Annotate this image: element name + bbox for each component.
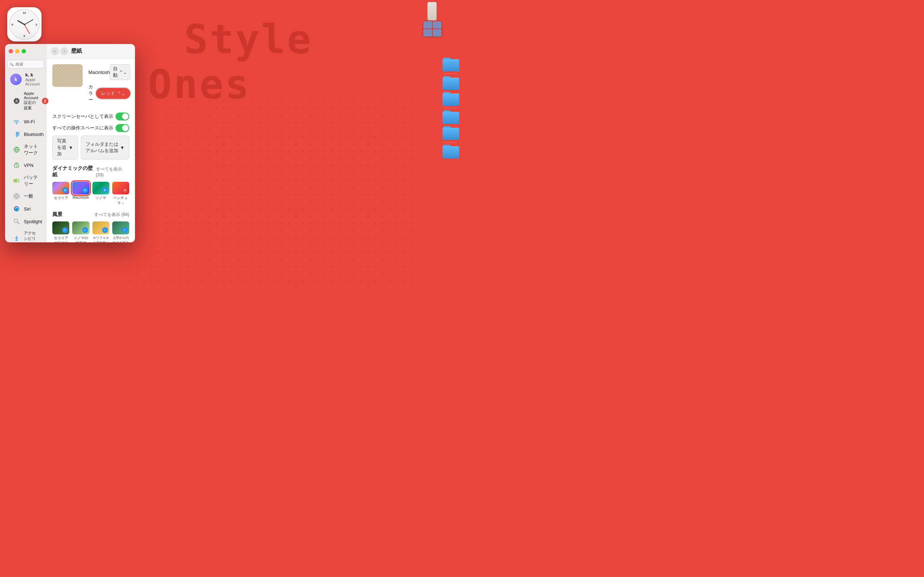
folder-4[interactable] xyxy=(443,110,459,124)
thumb-item: ⊕ Macintosh xyxy=(72,182,89,206)
traffic-light-yellow[interactable] xyxy=(15,49,19,53)
wallpaper-thumb-macintosh[interactable]: ⊕ xyxy=(72,182,89,194)
sidebar-label-vpn: VPN xyxy=(24,163,34,168)
sidebar-item-general[interactable]: 一般 xyxy=(8,190,43,202)
svg-text:A: A xyxy=(16,99,18,103)
sidebar-item-spotlight[interactable]: Spotlight xyxy=(8,215,43,227)
apple-account-badge: 2 xyxy=(42,98,48,104)
add-photo-chevron: ▼ xyxy=(69,145,73,150)
nav-arrows: ‹ › xyxy=(51,47,68,55)
thumb-label-forest: セコイアの日の出 xyxy=(52,235,69,242)
folder-5[interactable] xyxy=(443,126,459,140)
folder-1[interactable] xyxy=(443,58,459,71)
folder-3[interactable] xyxy=(443,92,459,106)
user-section[interactable]: k k. k Apple Account xyxy=(5,70,46,89)
back-button[interactable]: ‹ xyxy=(51,47,59,55)
sidebar-item-apple-account[interactable]: A Apple Account設定の提案 2 xyxy=(8,89,43,113)
add-buttons-row: 写真を追加 ▼ フォルダまたはアルバムを追加 ▼ xyxy=(52,135,129,160)
add-folder-label: フォルダまたはアルバムを追加 xyxy=(86,141,119,154)
traffic-light-red[interactable] xyxy=(9,49,13,53)
dynamic-section-title: ダイナミックの壁紙 xyxy=(52,165,96,178)
sidebar-item-battery[interactable]: バッテリー xyxy=(8,172,43,190)
dock-separator-3 xyxy=(443,142,457,142)
folder-2[interactable] xyxy=(443,76,459,90)
hills-badge: ▷ xyxy=(82,227,88,233)
dock-separator-2 xyxy=(443,108,457,108)
spaces-toggle-row: すべての操作スペースに表示 xyxy=(52,124,129,132)
thumb-label-macintosh: Macintosh xyxy=(72,195,89,200)
screensaver-toggle[interactable] xyxy=(115,113,129,121)
clock-app-icon[interactable]: 12 3 6 9 xyxy=(7,7,42,42)
user-name: k. k xyxy=(25,72,41,77)
folder-6[interactable] xyxy=(443,145,459,158)
sidebar-item-wifi[interactable]: Wi-Fi xyxy=(8,115,43,128)
thumb-label-california: カリフォルニアのテンプラー山脈 xyxy=(92,235,109,242)
sidebar-item-siri[interactable]: Siri xyxy=(8,203,43,215)
iphone-widget xyxy=(427,2,437,21)
add-folder-button[interactable]: フォルダまたはアルバムを追加 ▼ xyxy=(81,135,129,160)
sidebar-item-accessibility[interactable]: アクセシビリティ xyxy=(8,228,43,242)
sidebar-item-bluetooth[interactable]: ⌘ Bluetooth xyxy=(8,128,43,140)
content-panel: ‹ › 壁紙 Macintosh 自動 xyxy=(47,44,135,242)
sequoia-badge: ⊕ xyxy=(62,187,68,193)
clock-num-9: 9 xyxy=(11,23,13,26)
dynamic-show-all[interactable]: すべてを表示 (33) xyxy=(96,166,129,177)
wallpaper-thumb-california[interactable]: ▷ xyxy=(92,221,109,234)
wallpaper-name-label: Macintosh xyxy=(89,69,110,75)
mv-thumb-1 xyxy=(423,21,432,29)
dynamic-section-header: ダイナミックの壁紙 すべてを表示 (33) xyxy=(52,165,129,178)
thumb-label-sequoia: セコイア xyxy=(52,195,69,200)
mv-thumb-3 xyxy=(423,29,432,36)
ventura-badge: ⊕ xyxy=(122,187,128,193)
auto-dropdown[interactable]: 自動 ⌃⌄ xyxy=(110,64,130,80)
add-photo-label: 写真を追加 xyxy=(57,138,67,157)
landscape-show-all[interactable]: すべてを表示 (64) xyxy=(94,212,129,218)
apple-account-icon: A xyxy=(13,97,20,105)
screensaver-toggle-row: スクリーンセーバとして表示 xyxy=(52,113,129,121)
wallpaper-thumb-forest[interactable]: ▷ xyxy=(52,221,69,234)
color-label: カラー xyxy=(89,84,96,103)
apple-account-label: Apple Account設定の提案 xyxy=(24,91,38,111)
wallpaper-settings: Macintosh 自動 ⌃⌄ カラー レッド ⌃⌄ xyxy=(89,64,130,107)
wifi-icon xyxy=(13,118,20,125)
wallpaper-thumb-sonoma[interactable]: ⊕ xyxy=(92,182,109,194)
thumb-label-hills: ソノマの地平線 xyxy=(72,235,89,242)
sidebar-panel: 🔍 k k. k Apple Account A Ap xyxy=(5,44,47,242)
wallpaper-thumb-sequoia[interactable]: ⊕ xyxy=(52,182,69,194)
sidebar-label-network: ネットワーク xyxy=(24,143,38,156)
spaces-toggle[interactable] xyxy=(115,124,129,132)
general-icon xyxy=(13,193,20,200)
wallpaper-thumb-hills[interactable]: ▷ xyxy=(72,221,89,234)
thumb-item: ▷ ソノマの地平線 xyxy=(72,221,89,242)
sidebar-label-general: 一般 xyxy=(24,193,33,200)
search-container: 🔍 xyxy=(7,60,44,69)
auto-chevron: ⌃⌄ xyxy=(119,69,127,75)
sonoma-badge: ⊕ xyxy=(102,187,108,193)
forward-button[interactable]: › xyxy=(60,47,68,55)
svg-rect-9 xyxy=(15,180,17,182)
wallpaper-preview-image xyxy=(52,64,82,87)
preview-sketch-pattern xyxy=(52,64,82,87)
vpn-icon xyxy=(13,161,20,169)
mv-thumb-2 xyxy=(433,21,441,29)
svg-text:⌘: ⌘ xyxy=(15,131,20,137)
svg-line-18 xyxy=(17,222,19,224)
sidebar-label-battery: バッテリー xyxy=(24,174,38,187)
color-picker[interactable]: レッド ⌃⌄ xyxy=(96,88,130,99)
sidebar-item-vpn[interactable]: VPN xyxy=(8,159,43,171)
color-row: カラー レッド ⌃⌄ xyxy=(89,84,130,103)
clock-num-3: 3 xyxy=(36,23,37,26)
wallpaper-thumb-ventura[interactable]: ⊕ xyxy=(112,182,129,194)
spaces-label: すべての操作スペースに表示 xyxy=(52,125,115,131)
forest-badge: ▷ xyxy=(62,227,68,233)
thumb-item: ▷ セコイアの日の出 xyxy=(52,221,69,242)
battery-icon xyxy=(13,177,20,184)
background-decoration: Style Ones xyxy=(126,11,419,288)
accessibility-icon xyxy=(13,235,20,242)
sidebar-item-network[interactable]: ネットワーク xyxy=(8,141,43,159)
add-photo-button[interactable]: 写真を追加 ▼ xyxy=(52,135,78,160)
traffic-light-green[interactable] xyxy=(22,49,26,53)
thumb-label-aerial: 上空からのセコイアスギ グ xyxy=(112,235,129,242)
wallpaper-thumb-aerial[interactable]: ▷ xyxy=(112,221,129,234)
desktop: Style Ones 12 3 6 9 xyxy=(0,0,462,288)
